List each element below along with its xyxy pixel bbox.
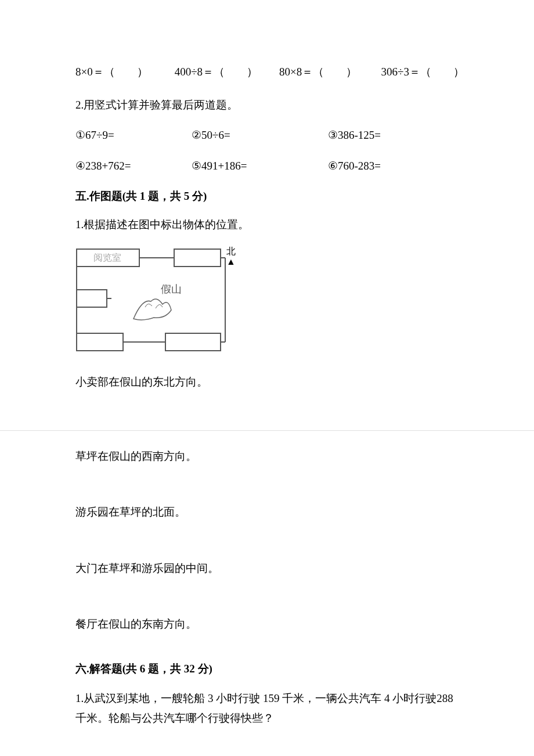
north-indicator: 北 ▲ (226, 246, 236, 267)
question-2-title: 2.用竖式计算并验算最后两道题。 (75, 97, 464, 114)
equation-row: 8×0＝（ ） 400÷8＝（ ） 80×8＝（ ） 306÷3＝（ ） (75, 64, 464, 81)
map-svg: 阅览室 假山 (75, 243, 226, 357)
north-label: 北 (226, 246, 236, 256)
section-6-q1: 1.从武汉到某地，一艘轮船 3 小时行驶 159 千米，一辆公共汽车 4 小时行… (75, 689, 464, 728)
desc-3: 游乐园在草坪的北面。 (75, 504, 464, 521)
q2-item-3: ③386-125= (328, 127, 444, 144)
rock-garden-drawing-icon (134, 299, 171, 320)
equation-3: 80×8＝（ ） (279, 64, 381, 81)
desc-4: 大门在草坪和游乐园的中间。 (75, 560, 464, 577)
question-2-row-2: ④238+762= ⑤491+186= ⑥760-283= (75, 158, 464, 175)
q2-item-5: ⑤491+186= (192, 158, 328, 175)
question-2-row-1: ①67÷9= ②50÷6= ③386-125= (75, 127, 464, 144)
section-5-header: 五.作图题(共 1 题，共 5 分) (75, 188, 464, 205)
q2-item-1: ①67÷9= (75, 127, 192, 144)
q2-item-4: ④238+762= (75, 158, 192, 175)
equation-1: 8×0＝（ ） (75, 64, 175, 81)
q2-item-2: ②50÷6= (192, 127, 328, 144)
equation-4: 306÷3＝（ ） (381, 64, 464, 81)
equation-2: 400÷8＝（ ） (175, 64, 279, 81)
desc-5: 餐厅在假山的东南方向。 (75, 616, 464, 633)
desc-2: 草坪在假山的西南方向。 (75, 448, 464, 465)
map-diagram: 阅览室 假山 北 ▲ (75, 243, 244, 357)
svg-rect-3 (77, 333, 123, 351)
label-reading-room: 阅览室 (93, 253, 121, 262)
section-5-q1: 1.根据描述在图中标出物体的位置。 (75, 217, 464, 233)
north-arrow-icon: ▲ (226, 257, 236, 267)
faint-divider (0, 430, 534, 431)
svg-rect-2 (77, 290, 107, 307)
label-rock-garden: 假山 (161, 283, 182, 295)
desc-1: 小卖部在假山的东北方向。 (75, 374, 464, 391)
svg-rect-1 (174, 249, 221, 267)
svg-rect-4 (165, 333, 221, 351)
q2-item-6: ⑥760-283= (328, 158, 444, 175)
section-6-header: 六.解答题(共 6 题，共 32 分) (75, 661, 464, 678)
